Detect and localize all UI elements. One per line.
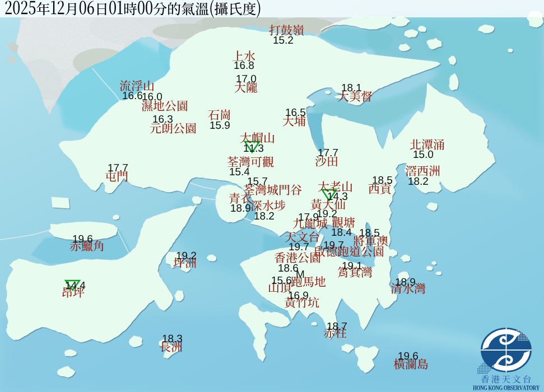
map-canvas — [0, 0, 544, 392]
title-bar — [0, 0, 544, 18]
hko-temperature-map: 2025年12月06日01時00分的氣溫(攝氏度) 香港天文台 HONG KON… — [0, 0, 544, 392]
